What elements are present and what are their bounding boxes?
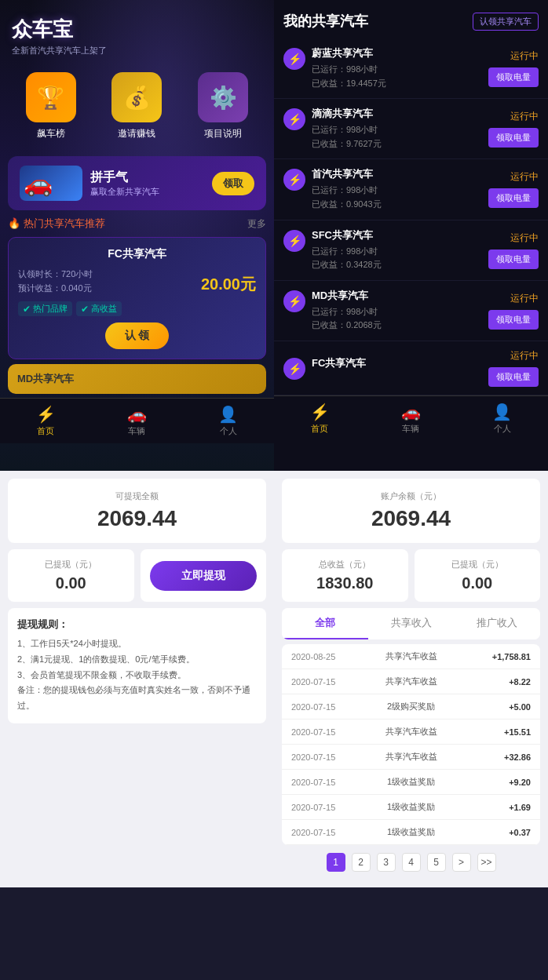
collect-button-4[interactable]: 领取电量 — [488, 310, 539, 330]
promo-subtitle: 赢取全新共享汽车 — [90, 186, 204, 198]
car-item-left-0: ⚡ 蔚蓝共享汽车 已运行：998小时 已收益：19.4457元 — [283, 46, 386, 90]
page-btn-3[interactable]: 3 — [377, 853, 396, 872]
nav-right-home-label: 首页 — [311, 423, 328, 435]
tx-amount-5: +9.20 — [476, 778, 531, 787]
sidebar-item-racing[interactable]: 🏆 飙车榜 — [20, 72, 82, 140]
tab-全部[interactable]: 全部 — [282, 608, 368, 639]
account-balance-card: 账户余额（元） 2069.44 — [282, 479, 540, 543]
tx-amount-3: +15.51 — [476, 727, 531, 737]
nav-right-home[interactable]: ⚡ 首页 — [310, 403, 330, 435]
promo-claim-button[interactable]: 领取 — [212, 172, 254, 195]
nav-right-profile[interactable]: 👤 个人 — [492, 403, 512, 435]
lightning-icon-0: ⚡ — [283, 48, 305, 70]
withdrawn-value: 0.00 — [17, 574, 125, 592]
car-item-left-4: ⚡ MD共享汽车 已运行：998小时 已收益：0.2068元 — [283, 289, 382, 333]
tx-type-0: 共享汽车收益 — [346, 650, 476, 662]
status-badge-4: 运行中 — [510, 292, 539, 305]
tab-共享收入[interactable]: 共享收入 — [368, 608, 455, 639]
withdraw-button[interactable]: 立即提现 — [150, 561, 258, 591]
total-earnings-label: 总收益（元） — [291, 559, 399, 570]
lightning-icon-5: ⚡ — [283, 358, 305, 380]
bottom-left-panel: 可提现全额 2069.44 已提现（元） 0.00 立即提现 提现规则： 1、工… — [0, 471, 274, 887]
withdrawable-label: 可提现全额 — [20, 490, 254, 502]
collect-button-0[interactable]: 领取电量 — [488, 67, 539, 87]
car-list: ⚡ 蔚蓝共享汽车 已运行：998小时 已收益：19.4457元 运行中 领取电量… — [274, 38, 548, 395]
nav-home[interactable]: ⚡ 首页 — [36, 405, 56, 437]
page-btn->>[interactable]: >> — [477, 853, 496, 872]
tx-date-2: 2020-07-15 — [291, 702, 346, 712]
collect-button-5[interactable]: 领取电量 — [488, 367, 539, 387]
account-balance-label: 账户余额（元） — [294, 490, 528, 502]
collect-button-2[interactable]: 领取电量 — [488, 188, 539, 208]
sidebar-item-info[interactable]: ⚙️ 项目说明 — [192, 72, 254, 140]
car-item-earnings-3: 已收益：0.3428元 — [312, 258, 382, 272]
list-item: ⚡ MD共享汽车 已运行：998小时 已收益：0.2068元 运行中 领取电量 — [274, 281, 548, 341]
promo-car-image — [20, 166, 82, 201]
account-balance-value: 2069.44 — [294, 506, 528, 531]
verify-button[interactable]: 认领共享汽车 — [473, 13, 539, 31]
right-panel: 我的共享汽车 认领共享汽车 ⚡ 蔚蓝共享汽车 已运行：998小时 已收益：19.… — [274, 0, 548, 471]
nav-profile[interactable]: 👤 个人 — [218, 405, 238, 437]
car-item-left-5: ⚡ FC共享汽车 — [283, 356, 366, 380]
nav-right-vehicle[interactable]: 🚗 车辆 — [401, 403, 421, 435]
page-btn-5[interactable]: 5 — [427, 853, 446, 872]
more-link[interactable]: 更多 — [247, 217, 266, 231]
car-item-name-5: FC共享汽车 — [312, 356, 366, 370]
transaction-list: 2020-08-25 共享汽车收益 +1,758.81 2020-07-15 共… — [282, 644, 540, 845]
car-item-earnings-0: 已收益：19.4457元 — [312, 77, 386, 91]
car-item-hours-2: 已运行：998小时 — [312, 184, 382, 198]
tab-推广收入[interactable]: 推广收入 — [454, 608, 540, 639]
tx-amount-6: +1.69 — [476, 803, 531, 812]
car-item-earnings-2: 已收益：0.9043元 — [312, 198, 382, 212]
total-earnings-value: 1830.80 — [291, 574, 399, 592]
tx-type-1: 共享汽车收益 — [346, 676, 476, 687]
sidebar-item-invite[interactable]: 💰 邀请赚钱 — [105, 72, 168, 140]
tx-date-4: 2020-07-15 — [291, 752, 346, 762]
collect-button-3[interactable]: 领取电量 — [488, 250, 539, 269]
rules-card: 提现规则： 1、工作日5天*24小时提现。2、满1元提现、1的倍数提现、0元/笔… — [8, 608, 266, 723]
promo-title: 拼手气 — [90, 169, 204, 186]
racing-icon: 🏆 — [26, 72, 76, 122]
page-btn-4[interactable]: 4 — [402, 853, 421, 872]
racing-label: 飙车榜 — [37, 127, 65, 140]
car-item-earnings-4: 已收益：0.2068元 — [312, 319, 382, 333]
page-btn-2[interactable]: 2 — [352, 853, 371, 872]
nav-vehicle[interactable]: 🚗 车辆 — [127, 405, 147, 437]
vehicle-icon: 🚗 — [127, 405, 147, 424]
claim-button[interactable]: 认 领 — [105, 322, 170, 349]
page-btn->[interactable]: > — [452, 853, 471, 872]
rules-title: 提现规则： — [17, 618, 257, 632]
table-row: 2020-07-15 1级收益奖励 +9.20 — [282, 770, 540, 795]
tx-type-2: 2级购买奖励 — [346, 701, 476, 712]
nav-right-vehicle-label: 车辆 — [402, 423, 419, 435]
pagination: 12345>>> — [282, 845, 540, 880]
table-row: 2020-07-15 1级收益奖励 +0.37 — [282, 820, 540, 845]
page-btn-1[interactable]: 1 — [327, 853, 345, 872]
table-row: 2020-07-15 2级购买奖励 +5.00 — [282, 694, 540, 720]
tx-amount-7: +0.37 — [476, 828, 531, 837]
car-item-left-2: ⚡ 首汽共享汽车 已运行：998小时 已收益：0.9043元 — [283, 167, 382, 211]
car-price: 20.00元 — [201, 274, 256, 295]
tx-type-7: 1级收益奖励 — [346, 826, 476, 838]
list-item: ⚡ FC共享汽车 运行中 领取电量 — [274, 341, 548, 395]
tabs-row: 全部共享收入推广收入 — [282, 608, 540, 639]
withdraw-btn-card: 立即提现 — [141, 549, 267, 602]
table-row: 2020-07-15 共享汽车收益 +8.22 — [282, 669, 540, 694]
car-item-hours-3: 已运行：998小时 — [312, 245, 382, 259]
table-row: 2020-07-15 共享汽车收益 +15.51 — [282, 720, 540, 745]
nav-vehicle-label: 车辆 — [128, 425, 145, 437]
right-withdrawn-label: 已提现（元） — [424, 559, 532, 570]
nav-right-profile-label: 个人 — [494, 423, 511, 435]
collect-button-1[interactable]: 领取电量 — [488, 128, 539, 148]
status-badge-5: 运行中 — [510, 349, 539, 362]
tx-date-6: 2020-07-15 — [291, 803, 346, 812]
car-item-name-3: SFC共享汽车 — [312, 228, 382, 242]
car-item-left-1: ⚡ 滴滴共享汽车 已运行：998小时 已收益：9.7627元 — [283, 107, 382, 151]
car-item-name-0: 蔚蓝共享汽车 — [312, 46, 386, 60]
status-badge-0: 运行中 — [510, 49, 539, 63]
tag-high-yield: ✔ 高收益 — [76, 301, 122, 316]
lightning-icon-4: ⚡ — [283, 290, 305, 312]
right-home-icon: ⚡ — [310, 403, 330, 421]
tx-amount-4: +32.86 — [476, 752, 531, 762]
bottom-right-panel: 账户余额（元） 2069.44 总收益（元） 1830.80 已提现（元） 0.… — [274, 471, 548, 887]
